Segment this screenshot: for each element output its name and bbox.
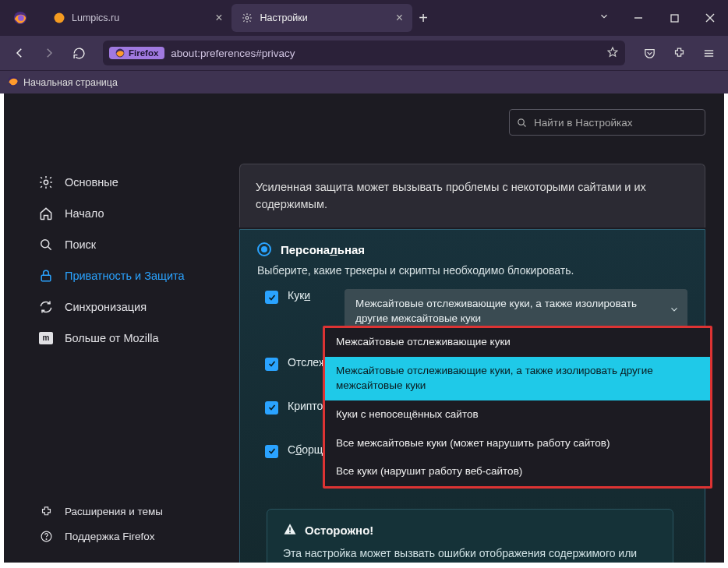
search-icon — [38, 237, 54, 252]
gear-icon — [38, 175, 54, 190]
sidebar-item-label: Синхронизация — [65, 301, 147, 313]
app-menu-icon[interactable] — [695, 40, 722, 66]
tab-label: Настройки — [260, 12, 307, 23]
warning-text: Усиленная защита может вызывать проблемы… — [256, 181, 646, 210]
home-icon — [38, 206, 54, 221]
tab-list-chevron-icon[interactable] — [588, 11, 620, 25]
lock-icon — [38, 268, 54, 284]
reload-button[interactable] — [65, 40, 92, 66]
svg-line-15 — [48, 247, 51, 250]
dropdown-option-selected[interactable]: Межсайтовые отслеживающие куки, а также … — [325, 357, 710, 400]
puzzle-icon — [38, 503, 54, 519]
checkbox-tracking[interactable] — [265, 358, 278, 371]
lumpics-favicon-icon — [53, 12, 65, 24]
sidebar-item-label: Поиск — [65, 238, 96, 251]
svg-point-13 — [44, 180, 48, 184]
minimize-button[interactable] — [620, 0, 656, 36]
badge-label: Firefox — [129, 48, 158, 58]
firefox-small-icon — [8, 76, 19, 89]
option-cookies-label: Куки — [288, 289, 310, 302]
mozilla-icon: m — [38, 330, 54, 346]
nav-toolbar: Firefox about:preferences#privacy — [0, 36, 728, 70]
bookmark-item[interactable]: Начальная страница — [23, 77, 118, 88]
warning-title: Осторожно! — [305, 524, 373, 537]
sidebar-item-privacy[interactable]: Приватность и Защита — [34, 260, 214, 291]
sidebar-item-general[interactable]: Основные — [34, 167, 214, 198]
checkbox-cookies[interactable] — [265, 291, 278, 304]
radio-custom-label: Персональная — [281, 243, 365, 256]
tab-strip: Lumpics.ru × Настройки × + — [39, 0, 588, 36]
sidebar-item-home[interactable]: Начало — [34, 198, 214, 229]
sidebar-item-support[interactable]: Поддержка Firefox — [34, 524, 214, 549]
sidebar-item-label: Расширения и темы — [65, 506, 163, 517]
svg-point-18 — [46, 538, 47, 539]
dropdown-option[interactable]: Все межсайтовые куки (может нарушить раб… — [325, 429, 710, 458]
close-window-button[interactable] — [692, 0, 728, 36]
dropdown-option[interactable]: Все куки (нарушит работу веб-сайтов) — [325, 457, 710, 486]
tab-lumpics[interactable]: Lumpics.ru × — [44, 4, 231, 32]
pocket-icon[interactable] — [636, 40, 663, 66]
bookmarks-bar: Начальная страница — [0, 70, 728, 93]
warning-body: Эта настройка может вызвать ошибки отобр… — [283, 545, 657, 563]
new-tab-button[interactable]: + — [412, 9, 434, 27]
bookmark-star-icon[interactable] — [606, 46, 619, 61]
tracking-warning-card: Усиленная защита может вызывать проблемы… — [239, 164, 705, 228]
svg-rect-5 — [671, 15, 678, 22]
extensions-icon[interactable] — [666, 40, 692, 66]
search-placeholder: Найти в Настройках — [534, 117, 632, 129]
url-bar[interactable]: Firefox about:preferences#privacy — [103, 41, 625, 65]
checkbox-crypto[interactable] — [265, 401, 278, 415]
inner-warning-card: Осторожно! Эта настройка может вызвать о… — [267, 509, 673, 563]
question-icon — [38, 528, 54, 544]
forward-button[interactable] — [36, 40, 62, 66]
prefs-sidebar: Основные Начало Поиск Приватность и Защи… — [4, 93, 230, 563]
svg-point-3 — [246, 16, 249, 19]
sidebar-item-sync[interactable]: Синхронизация — [34, 291, 214, 323]
sidebar-item-label: Приватность и Защита — [65, 269, 185, 284]
svg-point-19 — [518, 118, 525, 125]
prefs-search-input[interactable]: Найти в Настройках — [509, 109, 705, 136]
sync-icon — [38, 299, 54, 315]
checkbox-fingerprint[interactable] — [265, 445, 278, 458]
sidebar-item-addons[interactable]: Расширения и темы — [34, 499, 214, 524]
sidebar-item-more-mozilla[interactable]: m Больше от Mozilla — [34, 323, 214, 354]
window-titlebar: Lumpics.ru × Настройки × + — [0, 0, 728, 36]
dropdown-option[interactable]: Межсайтовые отслеживающие куки — [325, 328, 710, 357]
svg-rect-16 — [41, 275, 51, 281]
identity-badge: Firefox — [109, 47, 164, 59]
cookies-dropdown: Межсайтовые отслеживающие куки Межсайтов… — [323, 326, 712, 489]
maximize-button[interactable] — [656, 0, 692, 36]
radio-custom[interactable] — [257, 242, 271, 256]
warning-triangle-icon — [283, 522, 297, 538]
tab-settings[interactable]: Настройки × — [231, 4, 412, 32]
tab-label: Lumpics.ru — [72, 12, 119, 23]
svg-point-1 — [18, 15, 24, 21]
chevron-down-icon — [669, 304, 680, 319]
url-text: about:preferences#privacy — [171, 48, 295, 59]
sidebar-item-label: Поддержка Firefox — [65, 531, 154, 542]
firefox-app-icon — [12, 10, 28, 26]
sidebar-item-label: Основные — [65, 176, 118, 189]
back-button[interactable] — [6, 40, 33, 66]
gear-icon — [241, 12, 253, 24]
dropdown-option[interactable]: Куки с непосещённых сайтов — [325, 400, 710, 429]
sidebar-item-label: Начало — [65, 207, 104, 220]
sidebar-item-label: Больше от Mozilla — [65, 332, 159, 344]
svg-rect-22 — [289, 532, 291, 534]
custom-desc: Выберите, какие трекеры и скрипты необхо… — [257, 264, 687, 277]
window-controls — [620, 0, 728, 36]
select-value: Межсайтовые отслеживающие куки, а также … — [355, 298, 637, 324]
svg-line-20 — [523, 124, 525, 126]
svg-point-14 — [41, 240, 49, 248]
svg-point-2 — [55, 13, 65, 23]
close-icon[interactable]: × — [394, 11, 405, 25]
sidebar-item-search[interactable]: Поиск — [34, 229, 214, 260]
close-icon[interactable]: × — [214, 11, 224, 25]
svg-rect-21 — [289, 527, 291, 531]
